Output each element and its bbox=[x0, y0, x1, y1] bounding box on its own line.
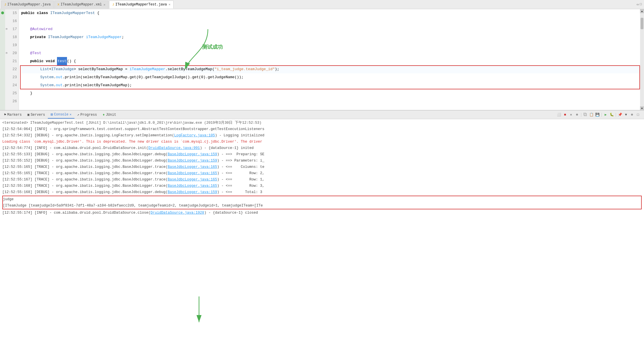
console-line-1: [12:52:54:064] [INFO] - org.springframew… bbox=[2, 126, 642, 132]
terminated-line: <terminated> ITeamJudgeMapperTest.test [… bbox=[2, 120, 642, 126]
dropdown-icon[interactable]: ▼ bbox=[623, 112, 629, 117]
console-line-11: [12:52:55:168] [DEBUG] - org.apache.ibat… bbox=[2, 189, 642, 195]
progress-icon: ↗ bbox=[77, 113, 79, 117]
debug-icon[interactable]: 🐛 bbox=[609, 112, 614, 117]
scroll-down-btn[interactable]: ▼ bbox=[640, 106, 644, 110]
terminate-icon[interactable]: ✕ bbox=[568, 112, 574, 117]
maximize-icon[interactable]: □ bbox=[640, 3, 642, 6]
separator2 bbox=[601, 113, 602, 117]
tab-console[interactable]: ▤ Console ✕ bbox=[48, 111, 74, 119]
tab-servers[interactable]: ▣ Servers bbox=[25, 111, 48, 119]
console-line-7: [12:52:55:165] [TRACE] - org.apache.ibat… bbox=[2, 164, 642, 170]
editor-left-sidebar bbox=[0, 9, 5, 110]
code-editor[interactable]: 15 16 ⊖17 18 19 ⊖20 21 22 23 24 25 26 pu… bbox=[5, 9, 644, 110]
panel-tab-bar: ⚑ Markers ▣ Servers ▤ Console ✕ ↗ Progre… bbox=[0, 111, 644, 119]
console-line-6: [12:52:55:152] [DEBUG] - org.apache.ibat… bbox=[2, 158, 642, 164]
tab-3-icon: J bbox=[112, 3, 114, 6]
window-controls: ▭ □ bbox=[637, 3, 642, 6]
code-line-18: private ITeamJudgeMapper iTeamJudgeMappe… bbox=[21, 33, 640, 41]
code-line-25: } bbox=[21, 89, 640, 97]
paste-icon[interactable]: 📋 bbox=[589, 112, 594, 117]
console-arrow bbox=[195, 296, 203, 325]
tab-1[interactable]: J ITeamJudgeMapper.java bbox=[1, 1, 54, 9]
console-line-14: [12:52:55:174] [INFO] - com.alibaba.drui… bbox=[2, 210, 642, 216]
copy-icon[interactable]: ⿻ bbox=[583, 112, 588, 117]
tab-2-icon: X bbox=[58, 3, 60, 6]
console-line-12: judge bbox=[3, 196, 641, 202]
console-line-9: [12:52:55:167] [TRACE] - org.apache.ibat… bbox=[2, 176, 642, 183]
pin-icon[interactable]: 📌 bbox=[617, 112, 623, 117]
tab-2[interactable]: X ITeamJudgeMapper.xml ✕ bbox=[54, 1, 109, 9]
console-line-4: [12:52:54:774] [INFO] - com.alibaba.drui… bbox=[2, 145, 642, 151]
code-line-15: public class ITeamJudgeMapperTest { bbox=[21, 9, 640, 17]
disconnect-icon[interactable]: ⊗ bbox=[574, 112, 580, 117]
minimize-icon[interactable]: ▭ bbox=[637, 3, 639, 6]
bottom-panel: ⚑ Markers ▣ Servers ▤ Console ✕ ↗ Progre… bbox=[0, 110, 644, 348]
tab-1-icon: J bbox=[4, 3, 6, 6]
stop-icon[interactable]: ■ bbox=[562, 112, 568, 117]
tab-3-close[interactable]: ✕ bbox=[169, 3, 171, 6]
code-line-22: List<ITeamJudge> selectByTeamJudgeMap = … bbox=[21, 65, 640, 73]
run-icon[interactable]: ▶ bbox=[603, 112, 608, 117]
tab-markers[interactable]: ⚑ Markers bbox=[1, 111, 25, 119]
console-line-13: [ITeamJudge [teamjudgeId=5a9f8341-7df1-4… bbox=[3, 202, 641, 209]
code-line-17: @Autowired bbox=[21, 25, 640, 33]
code-line-16 bbox=[21, 17, 640, 25]
console-red-border: judge [ITeamJudge [teamjudgeId=5a9f8341-… bbox=[2, 196, 642, 209]
code-line-23: System.out.println(selectByTeamJudgeMap.… bbox=[21, 73, 640, 81]
separator3 bbox=[616, 113, 616, 117]
progress-label: Progress bbox=[80, 113, 97, 117]
editor-scrollbar[interactable]: ▲ ▼ bbox=[640, 9, 644, 110]
code-line-21: public void test() { bbox=[21, 57, 640, 65]
console-label: Console bbox=[54, 113, 68, 117]
console-line-8: [12:52:55:165] [TRACE] - org.apache.ibat… bbox=[2, 170, 642, 176]
console-line-10: [12:52:55:168] [TRACE] - org.apache.ibat… bbox=[2, 183, 642, 189]
tab-junit[interactable]: ♦ JUnit bbox=[100, 111, 119, 119]
code-line-20: @Test bbox=[21, 49, 640, 57]
clear-console-icon[interactable]: ⬜ bbox=[556, 112, 562, 117]
annotation-label: 测试成功 bbox=[202, 44, 223, 50]
panel-toolbar: ⬜ ■ ✕ ⊗ ⿻ 📋 💾 ▶ 🐛 📌 ▼ ⊕ □ bbox=[556, 112, 641, 117]
tab-3-label: ITeamJudgeMapperTest.java bbox=[115, 3, 167, 7]
new-console-icon[interactable]: ⊕ bbox=[629, 112, 635, 117]
tab-3[interactable]: J ITeamJudgeMapperTest.java ✕ bbox=[109, 1, 174, 9]
maximize-panel-icon[interactable]: □ bbox=[635, 112, 641, 117]
tab-bar: J ITeamJudgeMapper.java X ITeamJudgeMapp… bbox=[0, 0, 644, 9]
console-output[interactable]: <terminated> ITeamJudgeMapperTest.test [… bbox=[0, 119, 644, 348]
tab-progress[interactable]: ↗ Progress bbox=[74, 111, 100, 119]
sidebar-marker bbox=[1, 11, 4, 14]
code-line-24: System.out.println(selectByTeamJudgeMap)… bbox=[21, 81, 640, 89]
console-close[interactable]: ✕ bbox=[70, 113, 72, 116]
servers-icon: ▣ bbox=[27, 113, 29, 117]
code-line-19 bbox=[21, 41, 640, 49]
junit-icon: ♦ bbox=[103, 113, 105, 117]
code-line-26 bbox=[21, 97, 640, 105]
scroll-thumb[interactable] bbox=[641, 18, 643, 29]
save-icon[interactable]: 💾 bbox=[595, 112, 600, 117]
tab-2-label: ITeamJudgeMapper.xml bbox=[60, 3, 102, 7]
console-line-5: [12:52:55:133] [DEBUG] - org.apache.ibat… bbox=[2, 151, 642, 158]
junit-label: JUnit bbox=[106, 113, 116, 117]
tab-1-label: ITeamJudgeMapper.java bbox=[7, 3, 51, 7]
console-line-3-error: Loading class `com.mysql.jdbc.Driver'. T… bbox=[2, 139, 642, 145]
line-numbers: 15 16 ⊖17 18 19 ⊖20 21 22 23 24 25 26 bbox=[5, 9, 19, 110]
tab-2-close[interactable]: ✕ bbox=[103, 3, 105, 7]
markers-label: Markers bbox=[7, 113, 21, 117]
console-icon: ▤ bbox=[51, 112, 53, 117]
editor-area: J ITeamJudgeMapper.java X ITeamJudgeMapp… bbox=[0, 0, 644, 110]
code-content: public class ITeamJudgeMapperTest { @Aut… bbox=[19, 9, 640, 110]
scroll-up-btn[interactable]: ▲ bbox=[640, 9, 644, 13]
servers-label: Servers bbox=[31, 113, 45, 117]
markers-icon: ⚑ bbox=[4, 113, 6, 117]
separator1 bbox=[581, 113, 581, 117]
console-line-2: [12:52:54:332] [DEBUG] - org.apache.ibat… bbox=[2, 132, 642, 139]
scroll-track[interactable] bbox=[640, 13, 644, 106]
